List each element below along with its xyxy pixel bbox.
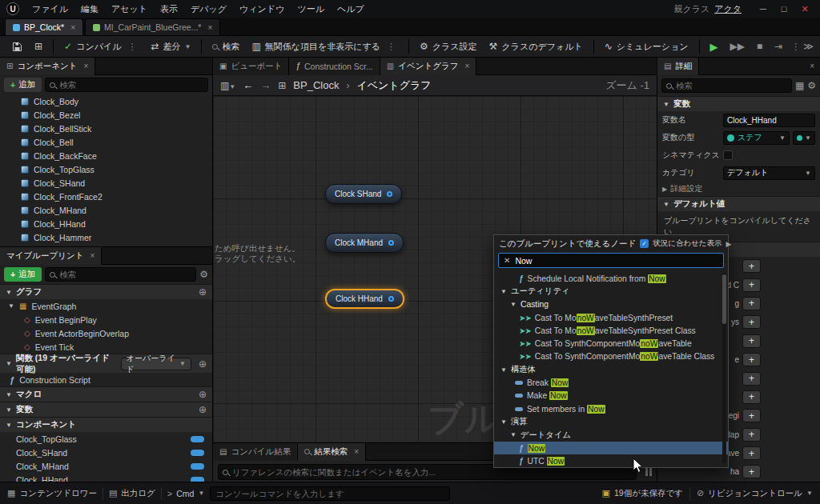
- object-output-pin[interactable]: [388, 296, 394, 302]
- node-clock-shand[interactable]: Clock SHand: [325, 184, 402, 204]
- override-dropdown[interactable]: オーバーライド ▼: [121, 358, 191, 370]
- cinematics-checkbox[interactable]: [723, 150, 733, 160]
- add-event-button[interactable]: +: [742, 446, 761, 460]
- add-macro-icon[interactable]: ⊕: [199, 389, 207, 400]
- action-item[interactable]: ➤➤ Cast To SynthComponentMonoWaveTable: [494, 337, 728, 350]
- graphs-section-header[interactable]: ▼ グラフ ⊕: [0, 284, 212, 299]
- component-item[interactable]: Clock_MHand: [0, 203, 212, 217]
- category-dropdown[interactable]: デフォルト ▼: [723, 166, 815, 180]
- menu-asset[interactable]: アセット: [105, 0, 154, 18]
- breadcrumb-root[interactable]: BP_Clock: [293, 79, 339, 91]
- add-component-button[interactable]: + 追加: [4, 78, 42, 92]
- tab-components[interactable]: ⊞ コンポーネント ×: [0, 58, 95, 75]
- add-event-button[interactable]: +: [742, 353, 761, 366]
- defaults-section-header[interactable]: ▼ デフォルト値: [657, 196, 820, 211]
- gear-icon[interactable]: ⚙: [199, 269, 208, 280]
- menu-window[interactable]: ウィンドウ: [233, 0, 291, 18]
- minimize-button[interactable]: ─: [753, 0, 774, 18]
- object-output-pin[interactable]: [388, 240, 394, 246]
- add-event-button[interactable]: +: [742, 315, 761, 329]
- console-command-field[interactable]: [210, 486, 450, 501]
- unsaved-assets-button[interactable]: ▣ 19個が未保存です: [602, 488, 683, 499]
- tab-mi-carpaint[interactable]: MI_CarPaint_BlueGree...* ×: [85, 18, 220, 35]
- results-options-icon[interactable]: [645, 468, 652, 476]
- add-event-button[interactable]: +: [742, 372, 761, 386]
- eject-button[interactable]: ⇥: [769, 37, 788, 56]
- category-row[interactable]: ▼ 演算: [494, 415, 728, 428]
- add-event-button[interactable]: +: [742, 334, 761, 348]
- add-blueprint-item-button[interactable]: + 追加: [4, 267, 42, 282]
- component-item[interactable]: Clock_BellStick: [0, 122, 212, 135]
- forward-arrow-icon[interactable]: →: [260, 79, 271, 91]
- action-item[interactable]: ƒ Schedule Local Notification from Now: [494, 272, 728, 285]
- advanced-expander[interactable]: ▶ 詳細設定: [657, 182, 820, 196]
- action-item-selected[interactable]: ƒ Now: [494, 442, 728, 454]
- bookmark-menu-icon[interactable]: ▥▼: [220, 80, 235, 91]
- diff-button[interactable]: ⇄ 差分 ▼: [145, 37, 196, 56]
- event-item[interactable]: ◇Event ActorBeginOverlap: [0, 326, 212, 340]
- close-button[interactable]: ✕: [794, 0, 815, 18]
- component-item[interactable]: Clock_SHand: [0, 176, 212, 190]
- unreal-logo-icon[interactable]: U: [6, 2, 19, 15]
- variable-section-header[interactable]: ▼ 変数: [657, 96, 820, 111]
- action-item[interactable]: Make Now: [494, 390, 728, 402]
- construction-script-item[interactable]: ƒ Construction Script: [0, 373, 212, 386]
- popup-search-input[interactable]: [515, 256, 718, 266]
- cmd-dropdown[interactable]: > Cmd ▼: [167, 489, 205, 498]
- gear-icon[interactable]: ⚙: [807, 80, 816, 91]
- back-arrow-icon[interactable]: ←: [243, 79, 253, 91]
- maximize-button[interactable]: □: [774, 0, 794, 18]
- component-item[interactable]: Clock_TopGlass: [0, 162, 212, 176]
- save-button[interactable]: [6, 37, 28, 56]
- add-event-button[interactable]: +: [742, 428, 761, 442]
- component-item[interactable]: Clock_Bezel: [0, 108, 212, 122]
- hide-unrelated-button[interactable]: ▥ 無関係な項目を非表示にする ⋮: [246, 37, 404, 56]
- category-row[interactable]: ▼ ユーティリティ: [494, 285, 728, 298]
- close-icon[interactable]: ×: [70, 23, 75, 32]
- breadcrumb-current[interactable]: イベントグラフ: [356, 78, 431, 93]
- eventgraph-item[interactable]: ▼ ▦ EventGraph: [0, 299, 212, 313]
- add-event-button[interactable]: +: [742, 297, 761, 310]
- stop-button[interactable]: ■: [751, 37, 768, 56]
- find-button[interactable]: 検索: [207, 37, 245, 56]
- component-item[interactable]: Clock_FrontFace2: [0, 190, 212, 203]
- tab-viewport[interactable]: ▣ ビューポート: [213, 58, 289, 75]
- output-log-button[interactable]: ▤ 出力ログ: [109, 488, 155, 499]
- play-button[interactable]: ▶: [705, 37, 724, 56]
- chevron-right-icon[interactable]: ▶: [726, 240, 732, 248]
- component-variable[interactable]: Clock_SHand: [0, 446, 212, 459]
- action-item[interactable]: ➤➤ Cast To MonoWaveTableSynthPreset: [494, 311, 728, 324]
- hide-unrelated-options-icon[interactable]: ⋮: [384, 42, 398, 52]
- close-icon[interactable]: ×: [83, 62, 88, 70]
- console-command-input[interactable]: [215, 489, 444, 498]
- category-row[interactable]: ▼ 構造体: [494, 363, 728, 376]
- action-item[interactable]: ➤➤ Cast To MonoWaveTableSynthPreset Clas…: [494, 324, 728, 337]
- menu-debug[interactable]: デバッグ: [184, 0, 233, 18]
- tab-details[interactable]: ▤ 詳細: [657, 58, 699, 75]
- component-variable[interactable]: Clock_MHand: [0, 459, 212, 473]
- container-type-dropdown[interactable]: ▼: [793, 131, 815, 145]
- find-results-search-input[interactable]: [232, 467, 632, 477]
- tab-my-blueprint[interactable]: マイブループリント ×: [0, 247, 102, 265]
- add-event-button[interactable]: +: [742, 259, 761, 273]
- tab-event-graph[interactable]: ▥ イベントグラフ ×: [380, 58, 477, 75]
- details-search-input[interactable]: [676, 81, 787, 90]
- clear-search-icon[interactable]: ✕: [504, 256, 510, 265]
- toolbar-overflow-icon[interactable]: ≫: [803, 41, 815, 52]
- component-item[interactable]: Clock_Bell: [0, 135, 212, 149]
- menu-view[interactable]: 表示: [154, 0, 184, 18]
- popup-scrollbar[interactable]: [722, 273, 726, 463]
- event-item[interactable]: ◇Event Tick: [0, 340, 212, 354]
- compile-options-icon[interactable]: ⋮: [125, 42, 139, 52]
- component-variable[interactable]: Clock_TopGlass: [0, 432, 212, 446]
- variable-name-input[interactable]: [727, 116, 811, 125]
- macros-section-header[interactable]: ▼ マクロ ⊕: [0, 386, 212, 402]
- close-icon[interactable]: ×: [354, 447, 359, 456]
- action-item[interactable]: Break Now: [494, 376, 728, 389]
- add-event-button[interactable]: +: [742, 465, 761, 478]
- node-clock-hhand[interactable]: Clock HHand: [325, 289, 404, 309]
- play-options-icon[interactable]: ⋮: [789, 42, 802, 52]
- close-icon[interactable]: ×: [464, 62, 469, 70]
- add-event-button[interactable]: +: [742, 390, 761, 404]
- context-sensitive-checkbox[interactable]: ✓: [640, 239, 649, 248]
